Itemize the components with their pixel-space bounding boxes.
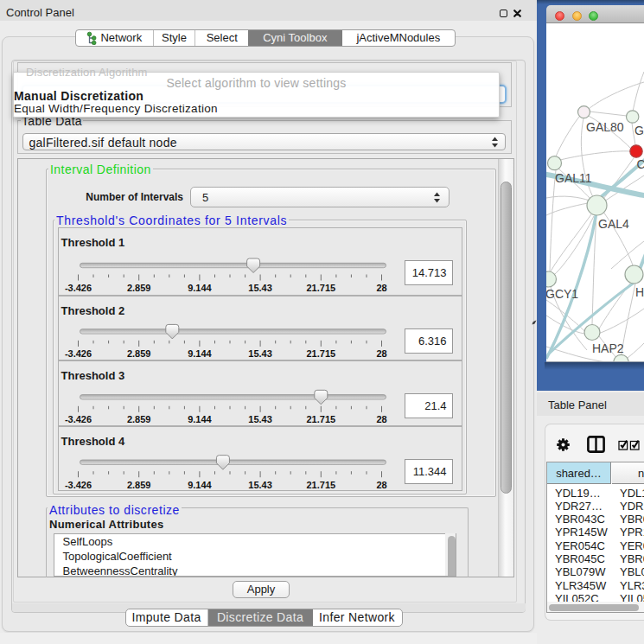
svg-text:-3.426: -3.426: [64, 283, 91, 293]
svg-text:28: 28: [376, 283, 386, 293]
svg-text:21.715: 21.715: [306, 414, 335, 424]
svg-text:-3.426: -3.426: [64, 348, 91, 359]
svg-text:9.144: 9.144: [188, 348, 212, 359]
svg-text:21.715: 21.715: [306, 283, 335, 293]
svg-text:28: 28: [376, 480, 386, 490]
svg-text:9.144: 9.144: [188, 283, 212, 293]
svg-text:2.859: 2.859: [126, 348, 150, 359]
svg-text:15.43: 15.43: [248, 480, 272, 490]
svg-text:-3.426: -3.426: [64, 414, 91, 424]
svg-text:21.715: 21.715: [306, 480, 335, 490]
svg-text:GAL11: GAL11: [555, 171, 592, 185]
svg-text:9.144: 9.144: [188, 480, 212, 490]
svg-text:15.43: 15.43: [248, 348, 272, 359]
svg-text:GAL4: GAL4: [598, 217, 629, 231]
svg-text:9.144: 9.144: [188, 414, 212, 424]
svg-text:GA: GA: [634, 124, 644, 137]
svg-text:28: 28: [376, 414, 386, 424]
svg-text:GCY1: GCY1: [546, 287, 578, 301]
svg-text:2.859: 2.859: [126, 283, 150, 293]
svg-text:C…: C…: [637, 157, 644, 171]
svg-text:15.43: 15.43: [248, 283, 272, 293]
svg-text:28: 28: [376, 348, 386, 359]
svg-text:HA: HA: [635, 285, 644, 299]
svg-text:HAP2: HAP2: [592, 341, 624, 355]
svg-text:21.715: 21.715: [306, 348, 335, 359]
svg-text:2.859: 2.859: [126, 480, 150, 490]
svg-text:15.43: 15.43: [248, 414, 272, 424]
svg-text:2.859: 2.859: [126, 414, 150, 424]
svg-text:GAL80: GAL80: [586, 120, 624, 134]
svg-text:-3.426: -3.426: [64, 480, 91, 490]
